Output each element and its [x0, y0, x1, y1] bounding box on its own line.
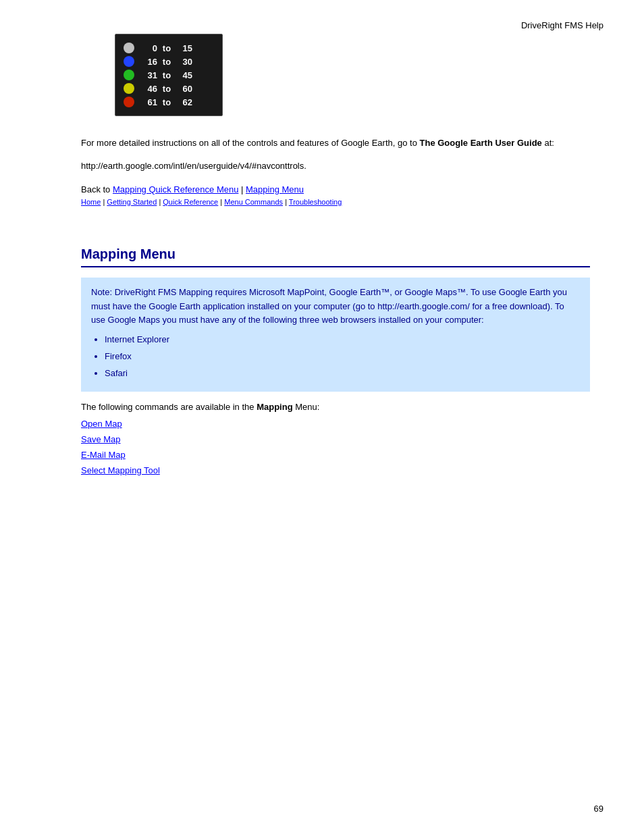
following-bold: Mapping	[257, 402, 292, 412]
legend-dot-0	[124, 43, 134, 53]
url-text: http://earth.google.com/intl/en/userguid…	[81, 161, 590, 171]
following-text: The following commands are available in …	[81, 402, 590, 412]
page-header: DriveRight FMS Help	[521, 20, 603, 30]
description-paragraph: For more detailed instructions on all of…	[81, 136, 590, 151]
browser-ie-link[interactable]: Internet Explorer	[105, 334, 169, 344]
legend-dot-2	[124, 70, 134, 80]
legend-dot-1	[124, 56, 134, 67]
breadcrumb: Home | Getting Started | Quick Reference…	[81, 198, 590, 206]
following-text1: The following commands are available in …	[81, 402, 257, 412]
section-title: Mapping Menu	[81, 246, 590, 267]
browser-firefox-link[interactable]: Firefox	[105, 351, 132, 361]
breadcrumb-menu-commands[interactable]: Menu Commands	[224, 198, 283, 206]
menu-link-save-map: Save Map	[81, 434, 590, 444]
legend-row-2: 31 to 45	[124, 70, 214, 80]
browser-safari-link[interactable]: Safari	[105, 368, 128, 378]
legend-row-1: 16 to 30	[124, 56, 214, 67]
menu-link-email-map: E-Mail Map	[81, 450, 590, 460]
description-text1: For more detailed instructions on all of…	[81, 138, 420, 148]
description-text2: at:	[542, 138, 554, 148]
following-text2: Menu:	[293, 402, 320, 412]
page-number: 69	[594, 804, 603, 814]
breadcrumb-quick-reference[interactable]: Quick Reference	[163, 198, 218, 206]
menu-link-select-mapping-tool: Select Mapping Tool	[81, 465, 590, 475]
note-box: Note: DriveRight FMS Mapping requires Mi…	[81, 278, 590, 392]
back-link-mapping-menu[interactable]: Mapping Menu	[246, 184, 304, 194]
back-separator: |	[238, 184, 246, 194]
legend-image: 0 to 15 16 to 30 31 to 45 46	[115, 34, 223, 116]
note-text: Note: DriveRight FMS Mapping requires Mi…	[91, 287, 567, 325]
back-section: Back to Mapping Quick Reference Menu | M…	[81, 184, 590, 194]
legend-row-4: 61 to 62	[124, 97, 214, 107]
email-map-link[interactable]: E-Mail Map	[81, 450, 126, 460]
browser-ie: Internet Explorer	[105, 333, 580, 347]
back-prefix: Back to	[81, 184, 113, 194]
legend-dot-3	[124, 83, 134, 94]
breadcrumb-troubleshooting[interactable]: Troubleshooting	[289, 198, 342, 206]
open-map-link[interactable]: Open Map	[81, 419, 122, 429]
description-bold: The Google Earth User Guide	[420, 138, 542, 148]
legend-dot-4	[124, 97, 134, 107]
back-link-mapping-quick-ref[interactable]: Mapping Quick Reference Menu	[113, 184, 238, 194]
menu-link-open-map: Open Map	[81, 419, 590, 429]
browser-list: Internet Explorer Firefox Safari	[105, 333, 580, 380]
breadcrumb-getting-started[interactable]: Getting Started	[107, 198, 157, 206]
save-map-link[interactable]: Save Map	[81, 434, 121, 444]
legend-row-0: 0 to 15	[124, 43, 214, 53]
breadcrumb-home[interactable]: Home	[81, 198, 101, 206]
browser-firefox: Firefox	[105, 350, 580, 364]
select-mapping-tool-link[interactable]: Select Mapping Tool	[81, 465, 160, 475]
header-title: DriveRight FMS Help	[521, 20, 603, 30]
legend-row-3: 46 to 60	[124, 83, 214, 94]
browser-safari: Safari	[105, 367, 580, 381]
